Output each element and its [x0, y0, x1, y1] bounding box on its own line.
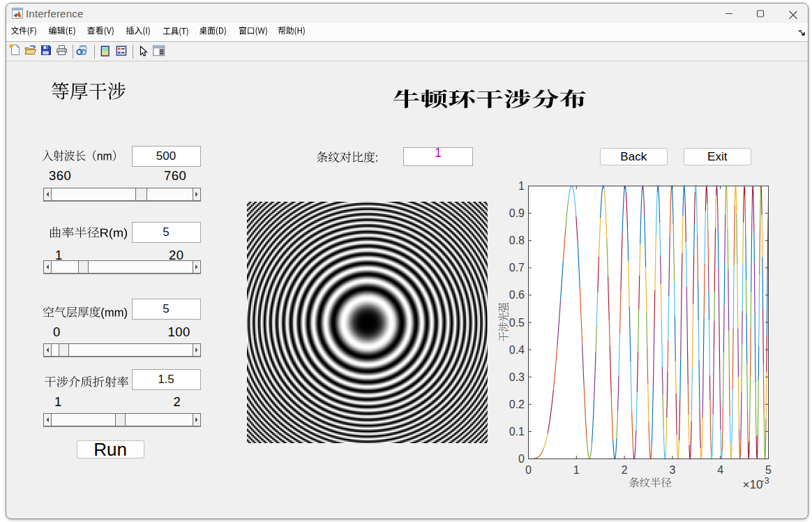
svg-text:0.1: 0.1 [509, 426, 525, 438]
svg-text:1: 1 [518, 180, 525, 192]
svg-text:4: 4 [717, 464, 723, 476]
svg-text:5: 5 [765, 464, 772, 476]
svg-text:0.2: 0.2 [509, 398, 525, 410]
svg-text:0.9: 0.9 [509, 207, 525, 219]
svg-text:0.5: 0.5 [509, 317, 525, 329]
svg-text:0: 0 [525, 464, 532, 476]
svg-text:×10: ×10 [743, 478, 763, 491]
svg-text:2: 2 [622, 464, 628, 476]
svg-text:0.6: 0.6 [509, 289, 525, 301]
svg-text:-3: -3 [762, 476, 769, 486]
svg-text:1: 1 [573, 464, 580, 476]
svg-text:0.8: 0.8 [509, 234, 525, 246]
svg-text:3: 3 [669, 464, 675, 476]
svg-text:0.4: 0.4 [509, 344, 525, 356]
svg-text:0: 0 [518, 453, 525, 465]
svg-text:0.7: 0.7 [509, 262, 525, 274]
svg-text:0.3: 0.3 [509, 371, 525, 383]
